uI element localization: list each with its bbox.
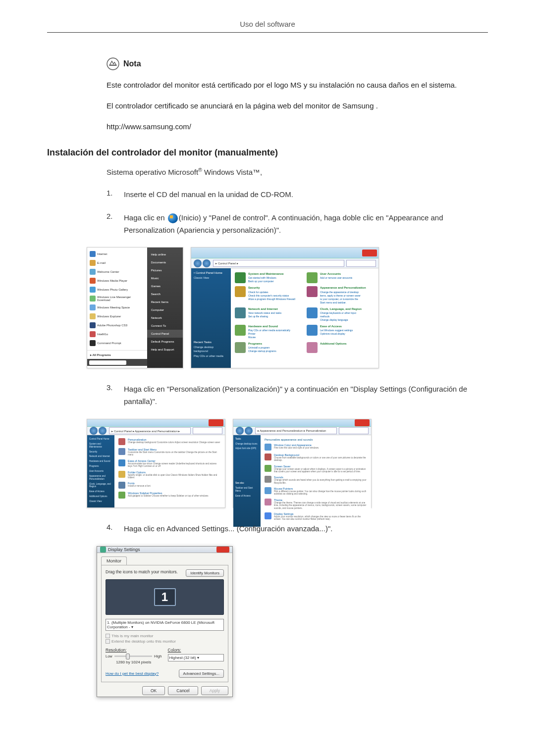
monitor-1[interactable]: 1 [154, 588, 176, 606]
ok-button[interactable]: OK [142, 686, 165, 695]
sm-right-item[interactable]: Pictures [147, 266, 183, 274]
sm-right-item[interactable]: Search [147, 290, 183, 298]
cp-category[interactable]: System and MaintenanceGet started with W… [235, 272, 303, 283]
pz-category[interactable]: FontsInstall or remove a font [118, 482, 221, 489]
cp-category[interactable]: Clock, Language, and RegionChange keyboa… [307, 307, 374, 322]
cp-recent-item[interactable]: Change desktop background [194, 346, 228, 353]
pz-side-item[interactable]: Network and Internet [89, 455, 112, 458]
pz-option[interactable]: Screen SaverChange your screen saver or … [265, 465, 367, 473]
cp-category[interactable]: ProgramsUninstall a programChange startu… [235, 342, 303, 353]
pz-option[interactable]: Display SettingsAdjust your monitor reso… [265, 512, 367, 521]
sm-item[interactable]: IntelliGo [87, 330, 147, 339]
address-bar[interactable]: ▸ Control Panel ▸ Appearance and Persona… [109, 427, 191, 434]
pz-side-item[interactable]: Security [89, 451, 112, 454]
address-bar[interactable]: ▸ Appearance and Personalization ▸ Perso… [255, 427, 337, 434]
sm-item[interactable]: Windows Photo Gallery [87, 285, 147, 294]
sm-item[interactable]: Welcome Center [87, 267, 147, 276]
monitor-preview[interactable]: 1 [106, 579, 224, 615]
cp-category[interactable]: User AccountsAdd or remove user accounts [307, 272, 374, 283]
sm-right-item[interactable]: Help online [147, 251, 183, 258]
close-icon[interactable] [362, 250, 377, 256]
pz-option[interactable]: SoundsChange which sounds are heard when… [265, 476, 367, 484]
sm-search[interactable] [87, 359, 147, 366]
back-icon[interactable] [194, 259, 202, 267]
pz-side-item[interactable]: Taskbar and Start Menu [235, 487, 259, 493]
pz-side-item[interactable]: Programs [89, 465, 112, 468]
pz-side-item[interactable]: Appearance and Personalization [89, 475, 112, 481]
apply-button[interactable]: Apply [201, 686, 228, 695]
pz-side-item[interactable]: Additional Options [89, 495, 112, 498]
sm-right-item[interactable]: Games [147, 282, 183, 290]
sm-all-programs[interactable]: ▸ All Programs [87, 350, 147, 359]
colors-select[interactable]: Highest (32 bit) ▾ [168, 654, 224, 661]
pz-category[interactable]: Windows Sidebar PropertiesAdd gadgets to… [118, 492, 221, 499]
step-3: 3. Haga clic en "Personalization (Person… [107, 383, 488, 408]
step-text: Haga clic en Advanced Settings... (Confi… [124, 523, 488, 535]
sm-right-item[interactable]: Computer [147, 306, 183, 314]
sm-right-item[interactable]: Music [147, 274, 183, 282]
advanced-settings-button[interactable]: Advanced Settings... [179, 669, 224, 678]
help-link[interactable]: How do I get the best display? [106, 671, 159, 676]
search-input[interactable] [339, 427, 369, 434]
tab-monitor[interactable]: Monitor [101, 556, 127, 565]
sm-item[interactable]: Windows Media Player [87, 276, 147, 285]
pz-side-item[interactable]: Clock, Language, and Region [89, 483, 112, 489]
close-icon[interactable] [355, 419, 370, 426]
sm-item[interactable]: Windows Meeting Space [87, 303, 147, 312]
sm-item[interactable]: Adobe Photoshop CS3 [87, 321, 147, 330]
pz-heading: Personalize appearance and sounds [265, 438, 367, 441]
monitor-select[interactable]: 1. (Multiple Monitors) on NVIDIA GeForce… [106, 619, 224, 631]
cancel-button[interactable]: Cancel [168, 686, 198, 695]
cp-category[interactable]: Appearance and PersonalizationChange the… [307, 286, 374, 304]
pz-side-item[interactable]: Ease of Access [235, 495, 259, 498]
address-bar[interactable]: ▸ Control Panel ▸ [213, 260, 344, 267]
back-icon[interactable] [90, 427, 98, 435]
sm-right-item[interactable]: Network [147, 314, 183, 322]
sm-item[interactable]: Internet [87, 250, 147, 258]
pz-side-item[interactable]: Ease of Access [89, 490, 112, 493]
forward-icon[interactable] [99, 427, 107, 435]
resolution-slider[interactable]: Low High [106, 654, 162, 658]
pz-category[interactable]: Taskbar and Start MenuCustomize the Star… [118, 448, 221, 456]
pz-category[interactable]: PersonalizationChange desktop background… [118, 438, 221, 445]
pz-side-item[interactable]: Hardware and Sound [89, 460, 112, 463]
forward-icon[interactable] [203, 259, 211, 267]
sm-item[interactable]: Command Prompt [87, 339, 147, 348]
search-input[interactable] [193, 427, 222, 434]
sm-right-item[interactable]: Documents [147, 258, 183, 266]
sm-right-item[interactable]: Default Programs [147, 338, 183, 346]
close-icon[interactable] [209, 419, 223, 426]
pz-category[interactable]: Ease of Access CenterAccommodate low vis… [118, 459, 221, 468]
cp-recent-item[interactable]: Play CDs or other media [194, 354, 228, 358]
pz-option[interactable]: Desktop BackgroundChoose from available … [265, 454, 367, 462]
search-input[interactable] [346, 260, 376, 267]
cp-category[interactable]: Network and InternetView network status … [235, 307, 303, 322]
pz-option[interactable]: ThemeChange the theme. Themes can change… [265, 499, 367, 509]
pz-option[interactable]: Mouse PointersPick a different mouse poi… [265, 487, 367, 496]
sm-item[interactable]: E-mail [87, 258, 147, 267]
pz-side-item[interactable]: Adjust font size (DPI) [235, 447, 259, 450]
pz-side-item[interactable]: Control Panel Home [89, 438, 112, 441]
cp-sidebar-item[interactable]: Classic View [194, 276, 228, 280]
cp-category[interactable]: Hardware and SoundPlay CDs or other medi… [235, 325, 303, 339]
sm-right-item[interactable]: Control Panel [147, 330, 183, 338]
back-icon[interactable] [236, 427, 244, 435]
cp-category[interactable]: SecurityCheck for updatesCheck this comp… [235, 286, 303, 304]
cp-category[interactable]: Ease of AccessLet Windows suggest settin… [307, 325, 374, 339]
sm-item[interactable]: Windows Live Messenger Download [87, 294, 147, 303]
identify-monitors-button[interactable]: Identify Monitors [186, 569, 224, 577]
sm-item[interactable]: Windows Explorer [87, 312, 147, 321]
pz-side-item[interactable]: User Accounts [89, 470, 112, 473]
cp-category[interactable]: Additional Options [307, 342, 374, 353]
pz-category[interactable]: Folder OptionsSpecify single- or double-… [118, 471, 221, 479]
pz-side-item[interactable]: System and Maintenance [89, 443, 112, 449]
pz-side-item[interactable]: Change desktop icons [235, 443, 259, 446]
screenshot-display-settings: Display Settings Monitor Drag the icons … [97, 546, 233, 697]
pz-option[interactable]: Window Color and AppearanceFine tune the… [265, 444, 367, 451]
pz-side-item[interactable]: Classic View [89, 500, 112, 503]
close-icon[interactable] [216, 547, 229, 553]
forward-icon[interactable] [245, 427, 253, 435]
sm-right-item[interactable]: Recent Items [147, 298, 183, 306]
sm-right-item[interactable]: Help and Support [147, 346, 183, 353]
sm-right-item[interactable]: Connect To [147, 322, 183, 330]
